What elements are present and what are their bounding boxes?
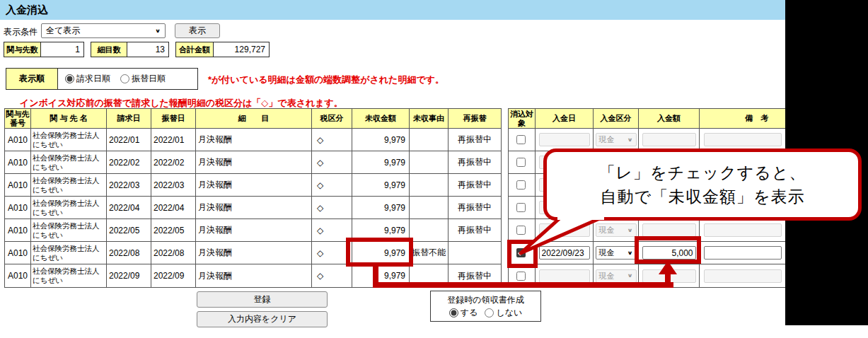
unpaid-amount-cell: 9,979 xyxy=(352,242,410,264)
payment-amount-input xyxy=(642,269,696,283)
client-number-cell: A010 xyxy=(5,219,31,242)
clear-target-checkbox[interactable] xyxy=(516,272,526,281)
retransfer-status-cell: 再振替中 xyxy=(449,174,501,197)
clear-target-checkbox[interactable] xyxy=(516,158,526,167)
unpaid-reason-cell xyxy=(410,264,449,287)
chevron-down-icon: ∨ xyxy=(627,228,632,233)
payment-amount-input xyxy=(642,223,696,237)
clear-target-checkbox[interactable] xyxy=(516,226,526,235)
payment-date-input[interactable] xyxy=(539,246,590,260)
detail-table-row: A010 社会保険労務士法人にちぜい 2022/02 2022/02 月決報酬 … xyxy=(5,151,501,174)
items-count-value: 13 xyxy=(127,42,169,57)
clear-target-cell xyxy=(509,129,536,151)
payment-date-cell xyxy=(536,219,594,242)
transfer-date-cell: 2022/09 xyxy=(151,264,196,287)
display-condition-select[interactable]: 全て表示 ∨ xyxy=(41,23,166,38)
unpaid-amount-cell: 9,979 xyxy=(352,264,410,287)
receipt-yes-radio[interactable] xyxy=(449,308,458,317)
tax-class-cell: ◇ xyxy=(312,174,352,197)
invoice-date-cell: 2022/09 xyxy=(107,264,151,287)
column-header-invoice-date: 請求日 xyxy=(107,109,151,129)
column-header-client-name: 関 与 先 名 xyxy=(31,109,107,129)
unpaid-reason-cell xyxy=(410,151,449,174)
clear-target-cell xyxy=(509,151,536,174)
rounding-note: *が付いている明細は金額の端数調整がされた明細です。 xyxy=(208,74,444,86)
detail-table-row: A010 社会保険労務士法人にちぜい 2022/08 2022/08 月決報酬 … xyxy=(5,242,501,264)
clear-target-cell xyxy=(509,264,536,287)
item-cell: 月決報酬 xyxy=(196,129,312,151)
payment-amount-cell xyxy=(639,264,700,287)
payment-type-cell: 現金 ∨ xyxy=(594,219,639,242)
payment-table-row: 現金 ∨ xyxy=(509,264,814,287)
clear-target-cell xyxy=(509,242,536,264)
unpaid-amount-cell: 9,979 xyxy=(352,219,410,242)
payment-amount-input xyxy=(642,133,696,146)
invoice-date-cell: 2022/02 xyxy=(107,151,151,174)
detail-table-row: A010 社会保険労務士法人にちぜい 2022/05 2022/05 月決報酬 … xyxy=(5,219,501,242)
sort-order-options: 請求日順 振替日順 xyxy=(58,69,197,89)
total-amount-label: 合計金額 xyxy=(175,42,214,57)
payment-amount-input[interactable] xyxy=(642,246,696,260)
remarks-input xyxy=(704,223,782,237)
unpaid-reason-cell: 振替不能 xyxy=(410,242,449,264)
show-button[interactable]: 表示 xyxy=(175,23,220,38)
receipt-no-radio[interactable] xyxy=(485,308,494,317)
retransfer-status-cell: 再振替中 xyxy=(449,129,501,151)
client-number-cell: A010 xyxy=(5,264,31,287)
receipt-option-no[interactable]: しない xyxy=(485,307,522,319)
client-name-cell: 社会保険労務士法人にちぜい xyxy=(31,174,107,197)
clients-count-value: 1 xyxy=(40,42,84,57)
callout-line1: 「レ」をチェックすると、 xyxy=(599,161,806,185)
callout-line2: 自動で「未収金額」を表示 xyxy=(600,185,804,209)
sort-transfer-date-label: 振替日順 xyxy=(132,73,166,85)
remarks-input xyxy=(704,133,782,146)
register-button[interactable]: 登録 xyxy=(197,291,328,308)
sort-option-invoice-date[interactable]: 請求日順 xyxy=(65,73,110,85)
column-header-payment-date: 入金日 xyxy=(536,109,594,129)
transfer-date-cell: 2022/03 xyxy=(151,174,196,197)
sort-invoice-date-label: 請求日順 xyxy=(76,73,110,85)
payment-amount-cell xyxy=(639,219,700,242)
column-header-unpaid-amount: 未収金額 xyxy=(352,109,410,129)
payment-reconciliation-screen: 入金消込 表示条件 全て表示 ∨ 表示 関与先数 1 細目数 13 合計金額 1… xyxy=(0,0,868,338)
payment-type-select[interactable]: 現金 ∨ xyxy=(596,246,637,260)
payment-table-row: 現金 ∨ xyxy=(509,219,814,242)
receipt-no-label: しない xyxy=(496,307,522,319)
callout-bubble: 「レ」をチェックすると、 自動で「未収金額」を表示 xyxy=(543,148,862,221)
payment-date-cell xyxy=(536,264,594,287)
receipt-option-title: 登録時の領収書作成 xyxy=(447,294,523,306)
sort-option-transfer-date[interactable]: 振替日順 xyxy=(120,73,166,85)
clear-target-checkbox[interactable] xyxy=(516,203,526,212)
remarks-input xyxy=(704,269,782,283)
tax-class-cell: ◇ xyxy=(312,197,352,219)
retransfer-status-cell: 再振替中 xyxy=(449,264,501,287)
column-header-clear-target: 消込対象 xyxy=(509,109,536,129)
unpaid-amount-cell: 9,979 xyxy=(352,129,410,151)
payment-amount-cell xyxy=(639,242,700,264)
unpaid-amount-cell: 9,979 xyxy=(352,174,410,197)
detail-table: 関与先番号 関 与 先 名 請求日 振替日 細 目 税区分 未収金額 未収事由 … xyxy=(4,108,502,288)
unpaid-reason-cell xyxy=(410,129,449,151)
clear-input-button[interactable]: 入力内容をクリア xyxy=(197,311,328,327)
clear-target-checkbox[interactable] xyxy=(516,248,526,257)
payment-date-cell xyxy=(536,242,594,264)
chevron-down-icon: ∨ xyxy=(627,273,632,279)
column-header-client-number: 関与先番号 xyxy=(5,109,31,129)
client-number-cell: A010 xyxy=(5,174,31,197)
clear-target-cell xyxy=(509,197,536,219)
sort-transfer-date-radio[interactable] xyxy=(120,74,129,83)
client-number-cell: A010 xyxy=(5,197,31,219)
invoice-date-cell: 2022/04 xyxy=(107,197,151,219)
clear-target-checkbox[interactable] xyxy=(516,180,526,190)
retransfer-status-cell: 再振替中 xyxy=(449,219,501,242)
remarks-input[interactable] xyxy=(704,246,782,260)
client-name-cell: 社会保険労務士法人にちぜい xyxy=(31,151,107,174)
clear-target-cell xyxy=(509,174,536,197)
sort-invoice-date-radio[interactable] xyxy=(65,74,74,83)
client-name-cell: 社会保険労務士法人にちぜい xyxy=(31,129,107,151)
receipt-option-yes[interactable]: する xyxy=(449,307,478,319)
items-count-label: 細目数 xyxy=(91,42,127,57)
clear-target-checkbox[interactable] xyxy=(516,135,526,144)
title-bar: 入金消込 xyxy=(0,0,785,20)
unpaid-reason-cell xyxy=(410,197,449,219)
